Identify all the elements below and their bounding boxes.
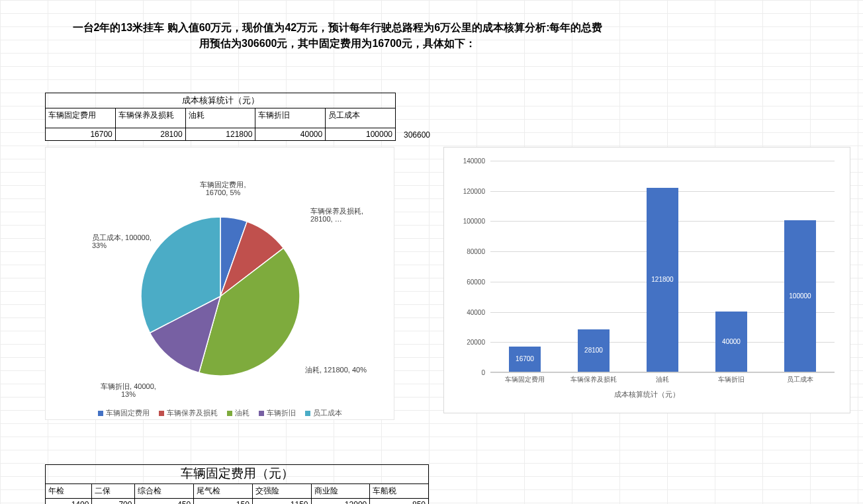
bar-value-label: 16700	[516, 355, 534, 362]
pie-legend-item-1[interactable]: 车辆保养及损耗	[159, 408, 218, 418]
bar-3[interactable]: 40000	[715, 312, 747, 372]
fixed-cost-title: 车辆固定费用（元）	[45, 464, 429, 483]
bar-xtick-4: 员工成本	[770, 375, 830, 384]
pie-legend-item-2[interactable]: 油耗	[227, 408, 250, 418]
bar-plot: 0200004000060000800001000001200001400001…	[490, 161, 835, 372]
pie-legend: 车辆固定费用车辆保养及损耗油耗车辆折旧员工成本	[46, 408, 394, 418]
fixed-col-2: 综合检	[135, 484, 194, 499]
fixed-val-6: 850	[370, 499, 429, 505]
bar-ytick: 140000	[445, 157, 485, 165]
bar-x-axis-title: 成本核算统计（元）	[444, 390, 850, 399]
pie-label-0: 车辆固定费用,16700, 5%	[200, 181, 246, 196]
pie-label-2: 油耗, 121800, 40%	[305, 366, 367, 374]
bar-2[interactable]: 121800	[647, 188, 678, 372]
summary-table-title: 成本核算统计（元）	[45, 93, 396, 108]
bar-4[interactable]: 100000	[784, 220, 816, 372]
fixed-val-2: 450	[135, 499, 194, 505]
summary-val-0: 16700	[46, 128, 116, 141]
pie-svg: 车辆固定费用,16700, 5%车辆保养及损耗,28100, …油耗, 1218…	[46, 167, 395, 399]
fixed-col-3: 尾气检	[194, 484, 253, 499]
pie-label-3: 车辆折旧, 40000,13%	[101, 382, 156, 398]
bar-ytick: 40000	[445, 308, 485, 315]
bar-ytick: 60000	[445, 278, 485, 285]
page-title: 一台2年的13米挂车 购入值60万元，现价值为42万元，预计每年行驶总路程为6万…	[0, 20, 675, 52]
fixed-val-0: 1400	[46, 499, 92, 505]
bar-ytick: 100000	[445, 218, 485, 225]
fixed-cost-table: 车辆固定费用（元） 年检二保综合检尾气检交强险商业险车船税 1400700450…	[45, 464, 429, 504]
summary-val-3: 40000	[255, 128, 326, 141]
title-line-1: 一台2年的13米挂车 购入值60万元，现价值为42万元，预计每年行驶总路程为6万…	[73, 22, 603, 33]
summary-col-4: 员工成本	[326, 108, 396, 128]
fixed-col-0: 年检	[46, 484, 92, 499]
fixed-val-3: 150	[194, 499, 253, 505]
bar-chart[interactable]: 0200004000060000800001000001200001400001…	[443, 147, 850, 413]
pie-label-4: 员工成本, 100000,33%	[92, 233, 152, 249]
summary-col-0: 车辆固定费用	[46, 108, 116, 128]
bar-0[interactable]: 16700	[509, 347, 541, 372]
pie-chart[interactable]: 车辆固定费用,16700, 5%车辆保养及损耗,28100, …油耗, 1218…	[45, 147, 394, 420]
fixed-col-1: 二保	[92, 484, 135, 499]
fixed-val-4: 1150	[252, 499, 311, 505]
bar-xtick-0: 车辆固定费用	[495, 375, 555, 384]
fixed-val-1: 700	[92, 499, 135, 505]
summary-total: 306600	[404, 130, 430, 140]
summary-table: 成本核算统计（元） 车辆固定费用车辆保养及损耗油耗车辆折旧员工成本 167002…	[45, 93, 396, 141]
title-line-2: 用预估为306600元，其中固定费用为16700元，具体如下：	[199, 38, 476, 49]
bar-ytick: 80000	[445, 248, 485, 255]
bar-xtick-3: 车辆折旧	[702, 375, 761, 384]
summary-val-2: 121800	[185, 128, 255, 141]
summary-col-1: 车辆保养及损耗	[115, 108, 185, 128]
bar-value-label: 28100	[584, 347, 603, 354]
bar-xtick-1: 车辆保养及损耗	[564, 375, 623, 384]
bar-ytick: 120000	[445, 187, 485, 194]
bar-gridline	[490, 161, 835, 161]
bar-ytick: 20000	[445, 339, 485, 346]
pie-label-1: 车辆保养及损耗,28100, …	[310, 207, 363, 223]
pie-legend-item-3[interactable]: 车辆折旧	[259, 408, 296, 418]
bar-gridline	[490, 372, 835, 373]
bar-value-label: 40000	[722, 338, 741, 345]
summary-col-3: 车辆折旧	[255, 108, 326, 128]
bar-ytick: 0	[445, 369, 485, 376]
fixed-col-5: 商业险	[311, 484, 370, 499]
fixed-col-6: 车船税	[370, 484, 429, 499]
bar-value-label: 121800	[651, 276, 673, 283]
bar-1[interactable]: 28100	[578, 329, 610, 372]
bar-value-label: 100000	[789, 292, 811, 300]
fixed-col-4: 交强险	[252, 484, 311, 499]
summary-val-1: 28100	[115, 128, 185, 141]
summary-val-4: 100000	[326, 128, 396, 141]
pie-legend-item-0[interactable]: 车辆固定费用	[98, 408, 150, 418]
pie-legend-item-4[interactable]: 员工成本	[305, 408, 342, 418]
bar-xtick-2: 油耗	[633, 375, 692, 384]
summary-col-2: 油耗	[185, 108, 255, 128]
fixed-val-5: 12000	[311, 499, 370, 505]
